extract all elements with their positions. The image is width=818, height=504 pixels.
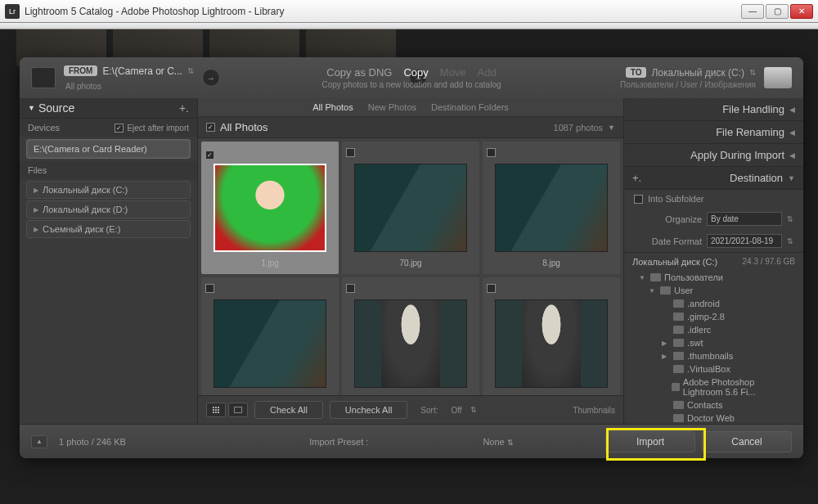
tab-new-photos[interactable]: New Photos <box>368 102 416 112</box>
expand-icon[interactable]: ▶ <box>662 353 670 360</box>
tree-row[interactable]: Contacts <box>624 398 803 412</box>
thumbnail-cell[interactable] <box>342 277 479 395</box>
thumb-checkbox[interactable] <box>346 284 355 293</box>
destination-volume[interactable]: Локальный диск (C:)24.3 / 97.6 GB <box>624 252 803 271</box>
thumb-checkbox[interactable]: ✓ <box>205 151 214 160</box>
single-view-button[interactable] <box>228 403 248 417</box>
file-renaming-section[interactable]: File Renaming◀ <box>624 121 803 144</box>
date-format-label: Date Format <box>652 236 702 246</box>
thumbnail-cell[interactable]: 70.jpg <box>342 142 479 274</box>
thumb-checkbox[interactable] <box>487 284 496 293</box>
tree-row[interactable]: .android <box>624 297 803 310</box>
tab-all-photos[interactable]: All Photos <box>312 102 353 112</box>
thumb-checkbox[interactable] <box>205 284 214 293</box>
import-preset-value[interactable]: None ⇅ <box>483 437 513 447</box>
thumbnail-image[interactable] <box>354 164 467 252</box>
thumbnail-image[interactable] <box>495 299 608 388</box>
tree-row[interactable]: ▼Пользователи <box>624 271 803 284</box>
destination-drive-icon <box>764 67 792 88</box>
select-all-checkbox[interactable]: ✓ <box>206 123 215 132</box>
expand-icon[interactable]: ▶ <box>662 340 670 347</box>
thumbnail-cell[interactable]: 8.jpg <box>483 142 620 274</box>
expand-button[interactable]: ▲ <box>31 435 47 448</box>
tree-row[interactable]: Adobe Photoshop Lightroom 5.6 Fi... <box>624 376 803 398</box>
tree-row[interactable]: Doctor Web <box>624 412 803 424</box>
arrow-forward-icon[interactable]: → <box>202 69 220 87</box>
copy-option[interactable]: Copy <box>403 66 428 79</box>
copy-as-dng-option[interactable]: Copy as DNG <box>326 66 392 79</box>
uncheck-all-button[interactable]: Uncheck All <box>330 401 407 419</box>
app-icon: Lr <box>5 4 20 19</box>
check-all-button[interactable]: Check All <box>254 401 323 419</box>
sort-dropdown-icon[interactable]: ⇅ <box>470 406 477 414</box>
copy-subtitle: Copy photos to a new location and add to… <box>321 80 501 89</box>
disk-item[interactable]: ▶Съемный диск (E:) <box>26 220 191 238</box>
dropdown-icon[interactable]: ⇅ <box>787 215 793 223</box>
add-option: Add <box>478 66 497 79</box>
triangle-left-icon: ◀ <box>789 106 795 114</box>
thumbnail-image[interactable] <box>495 164 608 252</box>
tree-row[interactable]: ▶.swt <box>624 336 803 349</box>
move-option: Move <box>440 66 466 79</box>
folder-icon <box>673 352 684 360</box>
to-dropdown-icon[interactable]: ⇅ <box>749 68 756 77</box>
tree-row[interactable]: .VirtualBox <box>624 362 803 376</box>
to-path[interactable]: Локальный диск (C:) <box>651 67 744 79</box>
folder-tree[interactable]: ▼Пользователи▼User.android.gimp-2.8.idle… <box>624 271 803 424</box>
thumbnail-grid[interactable]: ✓1.jpg70.jpg8.jpg <box>198 138 623 395</box>
apply-during-import-section[interactable]: Apply During Import◀ <box>624 144 803 167</box>
eject-checkbox-row[interactable]: ✓ Eject after import <box>115 124 189 133</box>
thumbnail-cell[interactable] <box>483 277 620 395</box>
date-format-select[interactable]: 2021/2021-08-19 <box>707 234 782 248</box>
folder-icon <box>673 299 684 308</box>
thumbnail-cell[interactable] <box>201 277 339 395</box>
triangle-left-icon: ◀ <box>789 128 795 137</box>
thumbnail-image[interactable] <box>213 164 326 252</box>
tree-row[interactable]: .gimp-2.8 <box>624 310 803 323</box>
from-dropdown-icon[interactable]: ⇅ <box>187 66 194 75</box>
destination-section[interactable]: +. Destination▼ <box>624 167 803 190</box>
source-header[interactable]: ▼ Source +. <box>20 98 197 119</box>
grid-view-button[interactable] <box>206 403 226 417</box>
device-item[interactable]: E:\(Camera or Card Reader) <box>26 139 191 159</box>
thumb-checkbox[interactable] <box>346 148 355 157</box>
add-source-icon[interactable]: +. <box>179 101 189 115</box>
expand-icon[interactable]: ▼ <box>639 274 647 281</box>
from-pill: FROM <box>64 65 97 76</box>
import-preset-label: Import Preset : <box>309 437 368 447</box>
file-handling-section[interactable]: File Handling◀ <box>624 98 803 121</box>
organize-select[interactable]: By date <box>707 212 782 226</box>
cancel-button[interactable]: Cancel <box>702 431 792 452</box>
thumb-checkbox[interactable] <box>487 148 496 157</box>
into-subfolder-row[interactable]: Into Subfolder <box>624 190 803 208</box>
thumbnail-filename: 8.jpg <box>542 259 560 268</box>
tab-destination-folders[interactable]: Destination Folders <box>431 102 509 112</box>
disk-item[interactable]: ▶Локальный диск (C:) <box>26 181 191 199</box>
center-panel: All Photos New Photos Destination Folder… <box>198 98 623 424</box>
triangle-down-icon[interactable]: ▼ <box>608 124 615 132</box>
tree-row[interactable]: ▶.thumbnails <box>624 349 803 362</box>
disk-item[interactable]: ▶Локальный диск (D:) <box>26 200 191 218</box>
tree-row[interactable]: .idlerc <box>624 323 803 336</box>
import-dialog: FROM E:\(Camera or C... ⇅ All photos → C… <box>20 57 803 458</box>
status-text: 1 photo / 246 KB <box>59 437 126 447</box>
maximize-button[interactable]: ▢ <box>766 4 789 19</box>
to-subtitle: Пользователи / User / Изображения <box>620 80 756 89</box>
into-subfolder-checkbox[interactable] <box>634 195 643 204</box>
thumbnail-cell[interactable]: ✓1.jpg <box>201 142 339 274</box>
thumbnail-image[interactable] <box>354 299 467 388</box>
import-button[interactable]: Import <box>605 431 695 452</box>
from-path[interactable]: E:\(Camera or C... <box>102 65 182 77</box>
thumbnail-image[interactable] <box>213 299 326 388</box>
sort-value[interactable]: Off <box>451 406 461 415</box>
close-button[interactable]: ✕ <box>790 4 813 19</box>
right-panel: File Handling◀ File Renaming◀ Apply Duri… <box>623 98 803 424</box>
dropdown-icon[interactable]: ⇅ <box>787 237 793 245</box>
triangle-down-icon: ▼ <box>28 104 35 112</box>
destination-add-icon[interactable]: +. <box>632 172 641 184</box>
minimize-button[interactable]: — <box>741 4 764 19</box>
tree-row[interactable]: ▼User <box>624 284 803 297</box>
eject-checkbox[interactable]: ✓ <box>115 124 124 133</box>
menubar[interactable] <box>0 23 818 29</box>
expand-icon[interactable]: ▼ <box>649 287 657 295</box>
